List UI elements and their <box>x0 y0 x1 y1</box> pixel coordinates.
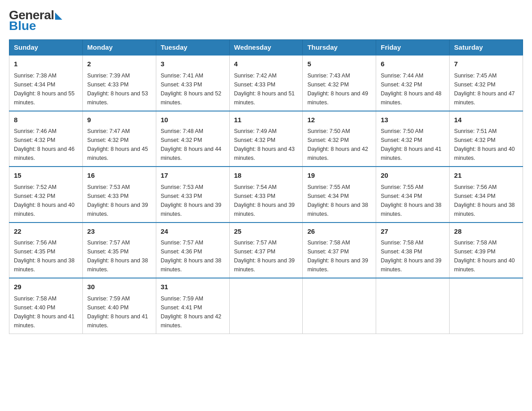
day-number: 10 <box>161 115 225 125</box>
calendar-cell: 10Sunrise: 7:48 AMSunset: 4:32 PMDayligh… <box>156 111 229 167</box>
calendar-cell: 30Sunrise: 7:59 AMSunset: 4:40 PMDayligh… <box>82 278 156 334</box>
calendar-cell: 8Sunrise: 7:46 AMSunset: 4:32 PMDaylight… <box>9 111 83 167</box>
day-number: 21 <box>454 171 518 181</box>
calendar-cell: 20Sunrise: 7:55 AMSunset: 4:34 PMDayligh… <box>376 167 450 223</box>
calendar-cell: 2Sunrise: 7:39 AMSunset: 4:33 PMDaylight… <box>82 55 156 111</box>
day-number: 3 <box>161 59 225 69</box>
calendar-cell: 16Sunrise: 7:53 AMSunset: 4:33 PMDayligh… <box>82 167 156 223</box>
calendar-cell <box>303 278 376 334</box>
day-number: 31 <box>161 282 225 292</box>
week-row-3: 15Sunrise: 7:52 AMSunset: 4:32 PMDayligh… <box>9 167 523 223</box>
calendar-cell: 21Sunrise: 7:56 AMSunset: 4:34 PMDayligh… <box>450 167 523 223</box>
day-number: 1 <box>14 59 78 69</box>
calendar-table: SundayMondayTuesdayWednesdayThursdayFrid… <box>9 39 523 334</box>
weekday-header-sunday: Sunday <box>9 40 83 56</box>
calendar-cell <box>376 278 450 334</box>
day-info: Sunrise: 7:57 AMSunset: 4:37 PMDaylight:… <box>234 238 298 274</box>
day-info: Sunrise: 7:53 AMSunset: 4:33 PMDaylight:… <box>87 183 151 218</box>
calendar-cell: 7Sunrise: 7:45 AMSunset: 4:32 PMDaylight… <box>450 55 523 111</box>
day-info: Sunrise: 7:58 AMSunset: 4:38 PMDaylight:… <box>381 238 445 274</box>
day-number: 20 <box>381 171 445 181</box>
calendar-cell: 24Sunrise: 7:57 AMSunset: 4:36 PMDayligh… <box>156 223 229 278</box>
week-row-2: 8Sunrise: 7:46 AMSunset: 4:32 PMDaylight… <box>9 111 523 167</box>
day-info: Sunrise: 7:57 AMSunset: 4:36 PMDaylight:… <box>161 238 225 274</box>
calendar-cell: 29Sunrise: 7:58 AMSunset: 4:40 PMDayligh… <box>9 278 83 334</box>
day-number: 19 <box>307 171 371 181</box>
week-row-4: 22Sunrise: 7:56 AMSunset: 4:35 PMDayligh… <box>9 223 523 278</box>
weekday-header-monday: Monday <box>82 40 156 56</box>
weekday-header-thursday: Thursday <box>303 40 376 56</box>
day-number: 6 <box>381 59 445 69</box>
calendar-cell: 25Sunrise: 7:57 AMSunset: 4:37 PMDayligh… <box>229 223 303 278</box>
day-info: Sunrise: 7:39 AMSunset: 4:33 PMDaylight:… <box>87 71 151 107</box>
logo: General Blue <box>9 9 62 32</box>
day-info: Sunrise: 7:57 AMSunset: 4:35 PMDaylight:… <box>87 238 151 274</box>
calendar-cell: 1Sunrise: 7:38 AMSunset: 4:34 PMDaylight… <box>9 55 83 111</box>
day-info: Sunrise: 7:55 AMSunset: 4:34 PMDaylight:… <box>381 183 445 218</box>
calendar-cell <box>229 278 303 334</box>
weekday-header-saturday: Saturday <box>450 40 523 56</box>
day-info: Sunrise: 7:43 AMSunset: 4:32 PMDaylight:… <box>307 71 371 107</box>
day-number: 18 <box>234 171 298 181</box>
day-info: Sunrise: 7:58 AMSunset: 4:37 PMDaylight:… <box>307 238 371 274</box>
calendar-cell <box>450 278 523 334</box>
week-row-1: 1Sunrise: 7:38 AMSunset: 4:34 PMDaylight… <box>9 55 523 111</box>
day-number: 22 <box>14 227 78 237</box>
calendar-cell: 22Sunrise: 7:56 AMSunset: 4:35 PMDayligh… <box>9 223 83 278</box>
calendar-cell: 18Sunrise: 7:54 AMSunset: 4:33 PMDayligh… <box>229 167 303 223</box>
weekday-header-friday: Friday <box>376 40 450 56</box>
calendar-cell: 5Sunrise: 7:43 AMSunset: 4:32 PMDaylight… <box>303 55 376 111</box>
day-number: 28 <box>454 227 518 237</box>
day-info: Sunrise: 7:41 AMSunset: 4:33 PMDaylight:… <box>161 71 225 107</box>
day-info: Sunrise: 7:45 AMSunset: 4:32 PMDaylight:… <box>454 71 518 107</box>
day-info: Sunrise: 7:52 AMSunset: 4:32 PMDaylight:… <box>14 183 78 218</box>
day-info: Sunrise: 7:47 AMSunset: 4:32 PMDaylight:… <box>87 127 151 163</box>
calendar-cell: 28Sunrise: 7:58 AMSunset: 4:39 PMDayligh… <box>450 223 523 278</box>
calendar-cell: 17Sunrise: 7:53 AMSunset: 4:33 PMDayligh… <box>156 167 229 223</box>
day-info: Sunrise: 7:48 AMSunset: 4:32 PMDaylight:… <box>161 127 225 163</box>
calendar-cell: 13Sunrise: 7:50 AMSunset: 4:32 PMDayligh… <box>376 111 450 167</box>
calendar-cell: 15Sunrise: 7:52 AMSunset: 4:32 PMDayligh… <box>9 167 83 223</box>
day-number: 9 <box>87 115 151 125</box>
day-info: Sunrise: 7:58 AMSunset: 4:40 PMDaylight:… <box>14 294 78 330</box>
day-number: 30 <box>87 282 151 292</box>
day-number: 13 <box>381 115 445 125</box>
day-info: Sunrise: 7:49 AMSunset: 4:32 PMDaylight:… <box>234 127 298 163</box>
day-number: 27 <box>381 227 445 237</box>
day-info: Sunrise: 7:51 AMSunset: 4:32 PMDaylight:… <box>454 127 518 163</box>
calendar-cell: 27Sunrise: 7:58 AMSunset: 4:38 PMDayligh… <box>376 223 450 278</box>
day-info: Sunrise: 7:58 AMSunset: 4:39 PMDaylight:… <box>454 238 518 274</box>
day-number: 26 <box>307 227 371 237</box>
day-number: 8 <box>14 115 78 125</box>
page-header: General Blue <box>9 9 523 32</box>
calendar-cell: 6Sunrise: 7:44 AMSunset: 4:32 PMDaylight… <box>376 55 450 111</box>
day-info: Sunrise: 7:55 AMSunset: 4:34 PMDaylight:… <box>307 183 371 218</box>
day-number: 12 <box>307 115 371 125</box>
calendar-cell: 11Sunrise: 7:49 AMSunset: 4:32 PMDayligh… <box>229 111 303 167</box>
weekday-header-row: SundayMondayTuesdayWednesdayThursdayFrid… <box>9 40 523 56</box>
calendar-cell: 4Sunrise: 7:42 AMSunset: 4:33 PMDaylight… <box>229 55 303 111</box>
day-number: 15 <box>14 171 78 181</box>
calendar-cell: 23Sunrise: 7:57 AMSunset: 4:35 PMDayligh… <box>82 223 156 278</box>
day-info: Sunrise: 7:44 AMSunset: 4:32 PMDaylight:… <box>381 71 445 107</box>
day-number: 2 <box>87 59 151 69</box>
day-info: Sunrise: 7:46 AMSunset: 4:32 PMDaylight:… <box>14 127 78 163</box>
logo-blue-text: Blue <box>9 20 36 32</box>
weekday-header-tuesday: Tuesday <box>156 40 229 56</box>
day-number: 16 <box>87 171 151 181</box>
day-number: 14 <box>454 115 518 125</box>
weekday-header-wednesday: Wednesday <box>229 40 303 56</box>
day-number: 5 <box>307 59 371 69</box>
day-info: Sunrise: 7:38 AMSunset: 4:34 PMDaylight:… <box>14 71 78 107</box>
day-info: Sunrise: 7:59 AMSunset: 4:40 PMDaylight:… <box>87 294 151 330</box>
day-info: Sunrise: 7:50 AMSunset: 4:32 PMDaylight:… <box>381 127 445 163</box>
day-number: 17 <box>161 171 225 181</box>
day-info: Sunrise: 7:59 AMSunset: 4:41 PMDaylight:… <box>161 294 225 330</box>
calendar-cell: 14Sunrise: 7:51 AMSunset: 4:32 PMDayligh… <box>450 111 523 167</box>
calendar-cell: 9Sunrise: 7:47 AMSunset: 4:32 PMDaylight… <box>82 111 156 167</box>
day-number: 23 <box>87 227 151 237</box>
day-number: 7 <box>454 59 518 69</box>
logo-triangle-icon <box>55 13 62 20</box>
day-number: 4 <box>234 59 298 69</box>
calendar-cell: 12Sunrise: 7:50 AMSunset: 4:32 PMDayligh… <box>303 111 376 167</box>
